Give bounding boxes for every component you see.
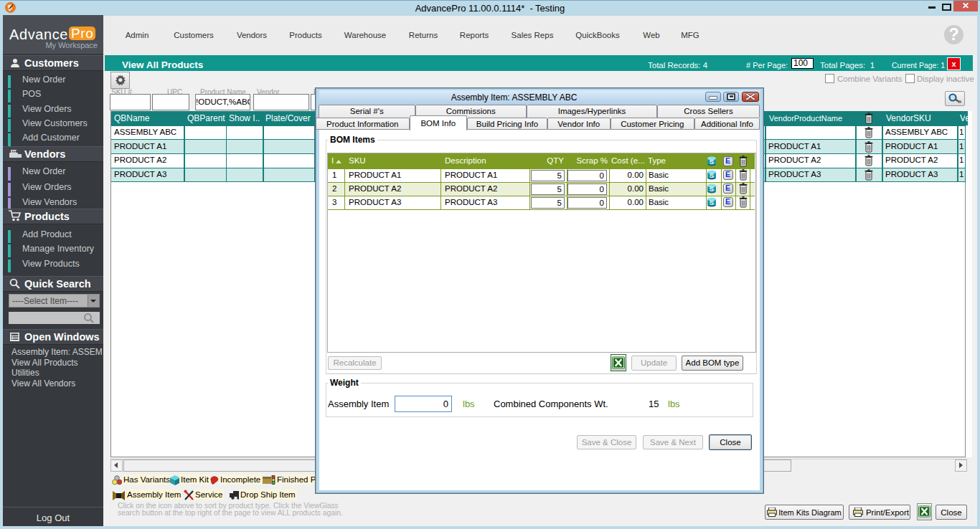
svg-text:S: S <box>710 171 714 179</box>
svg-text:S: S <box>710 199 714 206</box>
svg-text:S: S <box>710 185 714 193</box>
svg-text:S: S <box>710 158 714 166</box>
